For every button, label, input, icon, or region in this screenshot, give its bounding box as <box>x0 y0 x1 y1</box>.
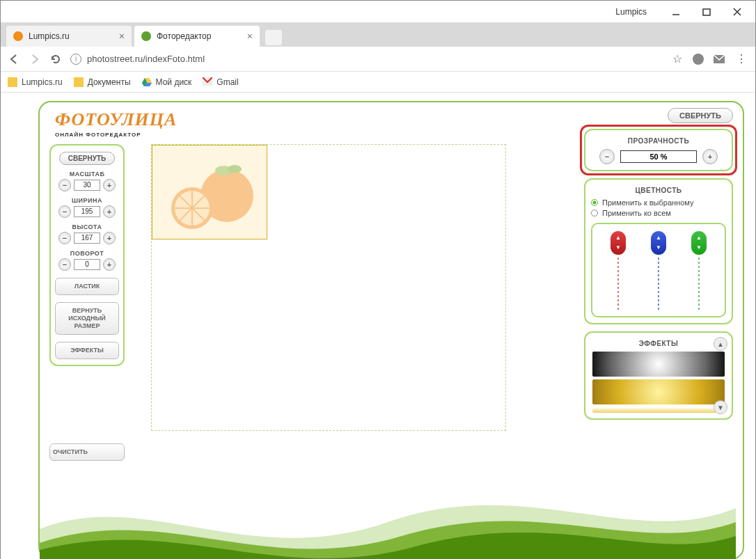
tab-title: Фоторедактор <box>157 31 211 41</box>
transparency-input[interactable]: 50 % <box>620 150 697 163</box>
favicon-icon <box>13 31 23 41</box>
bookmark-gmail[interactable]: Gmail <box>203 77 238 87</box>
effects-title: ЭФФЕКТЫ <box>591 340 726 347</box>
bookmark-lumpics[interactable]: Lumpics.ru <box>8 77 63 87</box>
color-panel: ЦВЕТНОСТЬ Применить к выбранному Примени… <box>584 178 733 324</box>
green-slider[interactable]: ▲▼ <box>691 231 707 310</box>
mail-icon[interactable] <box>712 52 726 66</box>
red-track <box>617 258 619 310</box>
tab-close-icon[interactable]: × <box>111 31 125 42</box>
color-apply-all-radio[interactable]: Применить ко всем <box>591 209 726 217</box>
radio-off-icon <box>591 210 598 216</box>
window-app-label: Lumpics <box>615 7 647 17</box>
page-content: ФОТОУЛИЦА ОНЛАЙН ФОТОРЕДАКТОР СВЕРНУТЬ М… <box>1 93 755 559</box>
browser-address-bar: i photostreet.ru/indexFoto.html ☆ ⋮ <box>1 47 755 72</box>
red-slider[interactable]: ▲▼ <box>611 231 626 310</box>
effects-scroll-up-button[interactable]: ▲ <box>714 337 727 351</box>
scale-label: МАСШТАБ <box>55 171 119 178</box>
gmail-icon <box>203 77 212 87</box>
tab-close-icon[interactable]: × <box>239 31 253 42</box>
window-close-button[interactable] <box>722 2 753 22</box>
tab-title: Lumpics.ru <box>29 31 70 41</box>
folder-icon <box>74 77 84 87</box>
decorative-wave <box>40 480 736 559</box>
favicon-icon <box>141 31 151 41</box>
browser-tabstrip: Lumpics.ru × Фоторедактор × <box>1 23 755 47</box>
width-label: ШИРИНА <box>55 197 119 204</box>
height-label: ВЫСОТА <box>55 223 119 230</box>
left-panel: СВЕРНУТЬ МАСШТАБ − 30 + ШИРИНА − 195 + <box>49 144 125 366</box>
canvas-image-object[interactable] <box>152 145 267 239</box>
browser-tab-lumpics[interactable]: Lumpics.ru × <box>6 26 132 47</box>
rotate-label: ПОВОРОТ <box>55 250 119 257</box>
green-track <box>698 258 700 310</box>
radio-on-icon <box>591 199 598 206</box>
editor-canvas[interactable] <box>151 144 506 431</box>
color-sliders: ▲▼ ▲▼ ▲▼ <box>591 223 726 317</box>
blue-track <box>658 258 659 310</box>
color-title: ЦВЕТНОСТЬ <box>591 187 726 194</box>
nav-forward-button[interactable] <box>29 53 41 65</box>
new-tab-button[interactable] <box>265 30 282 45</box>
width-plus-button[interactable]: + <box>103 205 116 218</box>
site-info-icon[interactable]: i <box>70 54 81 65</box>
rotate-plus-button[interactable]: + <box>103 258 116 271</box>
effect-preset-2[interactable] <box>592 379 725 404</box>
url-text: photostreet.ru/indexFoto.html <box>87 54 205 64</box>
effect-preset-1[interactable] <box>592 352 725 377</box>
app-logo: ФОТОУЛИЦА ОНЛАЙН ФОТОРЕДАКТОР <box>55 109 177 138</box>
scale-minus-button[interactable]: − <box>58 179 71 191</box>
bookmarks-bar: Lumpics.ru Документы Мой диск Gmail <box>1 72 755 93</box>
svg-rect-1 <box>703 9 710 15</box>
clear-button-wrap: ОЧИСТИТЬ <box>49 443 125 461</box>
blue-slider-knob[interactable]: ▲▼ <box>651 231 666 255</box>
height-input[interactable]: 167 <box>74 233 100 244</box>
green-slider-knob[interactable]: ▲▼ <box>691 231 707 255</box>
eraser-button[interactable]: ЛАСТИК <box>55 278 119 295</box>
scale-plus-button[interactable]: + <box>103 179 116 191</box>
width-minus-button[interactable]: − <box>58 205 71 218</box>
bookmark-documents[interactable]: Документы <box>74 77 131 87</box>
bookmark-drive[interactable]: Мой диск <box>142 77 192 87</box>
scale-input[interactable]: 30 <box>74 180 100 191</box>
width-input[interactable]: 195 <box>74 206 100 217</box>
effect-preset-3[interactable] <box>592 407 725 413</box>
transparency-title: ПРОЗРАЧНОСТЬ <box>591 137 726 145</box>
nav-reload-button[interactable] <box>49 53 62 65</box>
url-input[interactable]: i photostreet.ru/indexFoto.html <box>70 54 662 65</box>
clear-button[interactable]: ОЧИСТИТЬ <box>49 443 125 461</box>
collapse-right-button[interactable]: СВЕРНУТЬ <box>668 108 733 123</box>
height-minus-button[interactable]: − <box>58 232 71 244</box>
red-slider-knob[interactable]: ▲▼ <box>611 231 626 255</box>
browser-menu-icon[interactable]: ⋮ <box>734 52 748 66</box>
effects-panel: ▲ ЭФФЕКТЫ ▼ <box>584 331 733 420</box>
transparency-plus-button[interactable]: + <box>702 149 718 164</box>
rotate-input[interactable]: 0 <box>74 259 100 270</box>
window-minimize-button[interactable] <box>661 2 691 22</box>
blue-slider[interactable]: ▲▼ <box>651 231 666 310</box>
svg-point-11 <box>228 165 242 173</box>
extension-icon[interactable] <box>693 54 704 65</box>
restore-size-button[interactable]: ВЕРНУТЬ ИСХОДНЫЙ РАЗМЕР <box>55 302 119 335</box>
effects-scroll-down-button[interactable]: ▼ <box>714 400 727 414</box>
transparency-minus-button[interactable]: − <box>599 149 615 164</box>
logo-main: ФОТОУЛИЦА <box>55 109 177 130</box>
drive-icon <box>142 77 152 87</box>
nav-back-button[interactable] <box>8 53 20 65</box>
logo-sub: ОНЛАЙН ФОТОРЕДАКТОР <box>55 132 177 138</box>
bookmark-star-icon[interactable]: ☆ <box>670 52 684 66</box>
window-titlebar: Lumpics <box>1 1 755 23</box>
browser-tab-photoeditor[interactable]: Фоторедактор × <box>134 26 260 47</box>
height-plus-button[interactable]: + <box>103 232 116 244</box>
transparency-panel: ПРОЗРАЧНОСТЬ − 50 % + <box>584 129 733 171</box>
collapse-left-button[interactable]: СВЕРНУТЬ <box>59 152 116 165</box>
app-frame: ФОТОУЛИЦА ОНЛАЙН ФОТОРЕДАКТОР СВЕРНУТЬ М… <box>38 101 744 559</box>
orange-icon <box>161 154 258 230</box>
color-apply-selected-radio[interactable]: Применить к выбранному <box>591 198 726 207</box>
right-panel: СВЕРНУТЬ ПРОЗРАЧНОСТЬ − 50 % + <box>584 108 733 427</box>
window-maximize-button[interactable] <box>691 2 722 22</box>
rotate-minus-button[interactable]: − <box>58 258 71 271</box>
folder-icon <box>8 77 17 87</box>
effects-button[interactable]: ЭФФЕКТЫ <box>55 342 119 359</box>
